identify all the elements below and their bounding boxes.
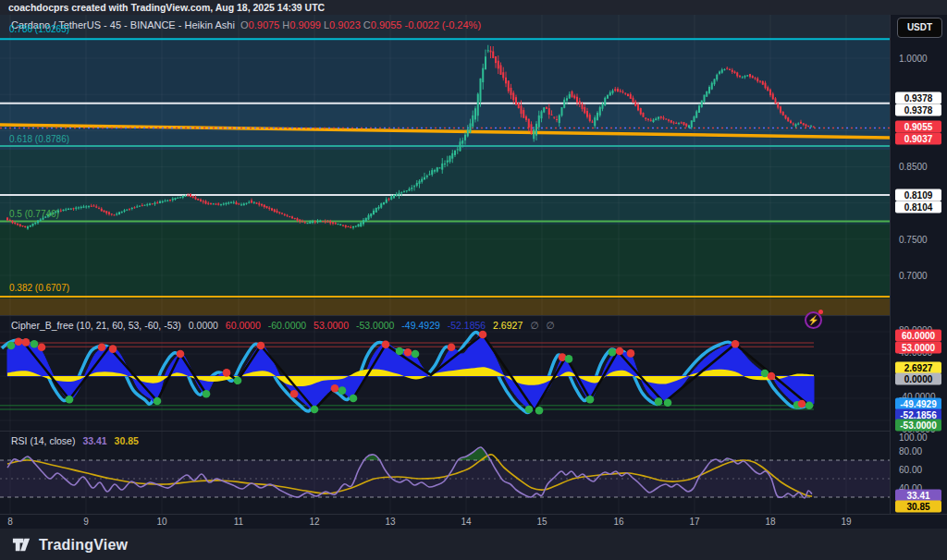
sell-dot xyxy=(331,384,339,393)
candle-body xyxy=(592,122,594,123)
price-scale[interactable]: USDT 1.00000.85000.75000.700080.000040.0… xyxy=(890,15,947,514)
candle-body xyxy=(736,72,738,76)
rsi-legend[interactable]: RSI (14, close) 33.41 30.85 xyxy=(11,435,143,446)
candle-body xyxy=(426,176,428,177)
symbol-legend[interactable]: Cardano / TetherUS - 45 - BINANCE - Heik… xyxy=(11,19,481,30)
candle-body xyxy=(569,94,571,99)
candle-body xyxy=(179,197,181,198)
time-label: 11 xyxy=(234,517,243,527)
candle-body xyxy=(755,78,756,79)
currency-toggle-button[interactable]: USDT xyxy=(897,18,942,38)
candle-body xyxy=(266,206,268,208)
candle-body xyxy=(154,202,156,203)
candle-body xyxy=(467,129,469,136)
candle-body xyxy=(24,226,26,227)
candle-body xyxy=(772,93,774,99)
candle-body xyxy=(512,92,514,100)
cipher-val-0: 0.0000 xyxy=(189,320,218,331)
time-scale[interactable]: 8910111213141516171819 xyxy=(0,514,947,529)
candle-body xyxy=(620,91,621,91)
sell-dot xyxy=(98,344,106,352)
candle-body xyxy=(165,201,166,201)
candle-body xyxy=(645,117,646,119)
cipher-legend[interactable]: Cipher_B_free (10, 21, 60, 53, -60, -53)… xyxy=(11,320,559,331)
open-label: O xyxy=(240,19,249,30)
candle-body xyxy=(572,91,573,97)
candle-body xyxy=(358,225,360,227)
candle-body xyxy=(258,203,260,204)
candle-body xyxy=(716,75,718,80)
candle-body xyxy=(604,98,606,105)
time-label: 8 xyxy=(7,517,13,527)
candle-body xyxy=(701,101,703,107)
cipher-pane[interactable] xyxy=(0,315,890,431)
candle-body xyxy=(726,68,728,69)
candle-body xyxy=(248,202,250,203)
sell-dot xyxy=(404,348,412,357)
candle-body xyxy=(30,225,31,226)
candle-body xyxy=(609,92,611,95)
candle-body xyxy=(548,108,550,115)
candle-body xyxy=(795,124,797,126)
time-label: 19 xyxy=(841,517,851,527)
candle-body xyxy=(698,105,700,113)
candle-body xyxy=(602,103,604,108)
tradingview-logo[interactable]: TradingView xyxy=(11,534,128,555)
candle-body xyxy=(301,221,303,222)
candle-body xyxy=(307,223,309,224)
candle-body xyxy=(485,56,486,69)
candle-body xyxy=(505,78,507,84)
candle-body xyxy=(329,221,331,223)
pane-separator[interactable] xyxy=(0,431,947,432)
fib-label-0382: 0.382 (0.6707) xyxy=(9,283,69,293)
candle-body xyxy=(60,211,62,212)
candle-body xyxy=(355,225,357,226)
candle-body xyxy=(472,116,474,127)
time-label: 18 xyxy=(765,517,775,527)
candle-body xyxy=(538,116,540,128)
rsi-title: RSI (14, close) xyxy=(11,435,75,446)
price-badge: 53.0000 xyxy=(895,342,941,354)
candle-body xyxy=(533,129,535,139)
candle-body xyxy=(714,79,716,84)
buy-dot xyxy=(338,386,347,395)
candle-body xyxy=(752,76,754,78)
candle-body xyxy=(146,204,148,205)
candle-body xyxy=(797,124,799,125)
tradingview-logo-text: TradingView xyxy=(39,537,128,554)
candle-body xyxy=(40,219,42,221)
candle-body xyxy=(744,76,746,77)
candle-body xyxy=(416,183,418,186)
buy-dot xyxy=(31,340,39,348)
candle-body xyxy=(291,216,293,218)
cipher-vwap-value: 2.6927 xyxy=(493,320,523,331)
buy-dot xyxy=(609,348,617,357)
candle-body xyxy=(813,127,815,128)
candle-body xyxy=(546,107,547,109)
fib-label-05: 0.5 (0.7746) xyxy=(9,209,59,219)
candle-body xyxy=(650,120,652,121)
candle-body xyxy=(271,208,273,210)
candle-body xyxy=(586,111,588,117)
price-pane[interactable] xyxy=(0,15,890,315)
candle-body xyxy=(782,112,784,116)
candle-body xyxy=(742,78,744,79)
candle-body xyxy=(688,126,690,128)
time-label: 13 xyxy=(385,517,395,527)
candle-body xyxy=(278,212,280,213)
sell-dot xyxy=(732,340,740,348)
candle-body xyxy=(439,167,441,168)
sell-dot xyxy=(38,344,46,352)
candle-body xyxy=(543,107,545,112)
candle-body xyxy=(769,90,771,95)
axis-tick: 0.8500 xyxy=(899,162,928,172)
candle-body xyxy=(159,201,161,203)
candle-body xyxy=(383,202,385,204)
buy-dot xyxy=(66,396,74,404)
candle-body xyxy=(192,196,194,198)
close-value: 0.9055 xyxy=(371,19,402,30)
candle-body xyxy=(474,108,476,119)
candle-body xyxy=(93,205,95,206)
candle-body xyxy=(447,161,449,163)
candle-body xyxy=(460,141,461,151)
